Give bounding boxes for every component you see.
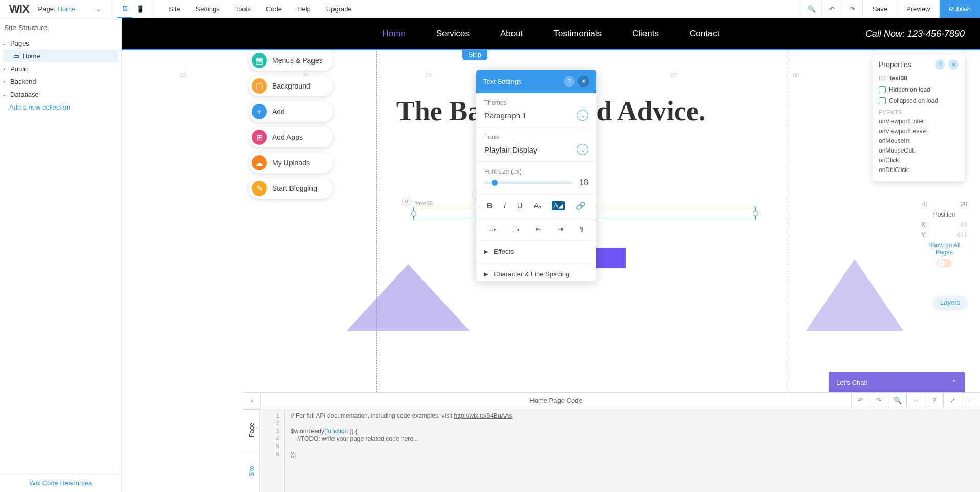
- text-settings-header[interactable]: Text Settings ? ✕: [476, 70, 596, 93]
- highlight-button[interactable]: A◢: [552, 201, 565, 210]
- x-label: X:: [921, 221, 927, 228]
- show-all-pages-toggle[interactable]: [937, 259, 952, 267]
- position-heading: Position: [921, 211, 967, 218]
- desktop-icon[interactable]: 🖥: [117, 0, 132, 18]
- nav-contact[interactable]: Contact: [689, 29, 720, 39]
- hidden-checkbox[interactable]: [879, 86, 886, 93]
- tool-background[interactable]: ▢Background: [249, 76, 333, 96]
- code-editor[interactable]: // For full API documentation, including…: [285, 409, 980, 492]
- background-icon: ▢: [252, 78, 267, 94]
- pen-icon: ✎: [252, 181, 267, 196]
- indent-decrease-icon[interactable]: ⇤: [536, 225, 541, 233]
- chat-widget[interactable]: Let's Chat! ⌃: [829, 372, 965, 393]
- y-value[interactable]: 411: [957, 231, 967, 239]
- chevron-left-icon[interactable]: ‹: [243, 393, 261, 409]
- slider-thumb[interactable]: [492, 180, 498, 186]
- redo-icon[interactable]: ↷: [870, 393, 888, 409]
- zoom-icon[interactable]: 🔍: [801, 0, 821, 18]
- tree-page-home[interactable]: ▭Home: [3, 50, 118, 62]
- undo-icon[interactable]: ↶: [821, 0, 842, 18]
- align-left-icon[interactable]: ≡▾: [489, 225, 496, 233]
- close-icon[interactable]: ✕: [578, 76, 589, 87]
- text-settings-panel[interactable]: Text Settings ? ✕ Themes Paragraph 1 ⌄ F…: [476, 70, 596, 281]
- topbar-right: 🔍 ↶ ↷ Save Preview Publish: [801, 0, 980, 18]
- chevron-down-icon[interactable]: ⌄: [577, 110, 588, 121]
- help-icon[interactable]: ?: [564, 76, 575, 87]
- properties-panel[interactable]: Properties ? ✕ ID:text38 Hidden on load …: [873, 54, 965, 181]
- underline-button[interactable]: U: [517, 201, 523, 210]
- italic-button[interactable]: I: [504, 201, 506, 210]
- tree-backend[interactable]: ›Backend: [0, 75, 121, 88]
- link-icon[interactable]: 🔗: [576, 201, 586, 210]
- menu-site[interactable]: Site: [169, 5, 180, 13]
- chat-label: Let's Chat!: [836, 379, 868, 387]
- indent-increase-icon[interactable]: ⇥: [558, 225, 563, 233]
- list-icon[interactable]: ≣▾: [511, 225, 519, 233]
- history-icon[interactable]: ↺: [402, 197, 411, 206]
- help-icon[interactable]: ?: [925, 393, 943, 409]
- event-onmouseout[interactable]: onMouseOut:: [879, 147, 959, 154]
- event-onviewportleave[interactable]: onViewportLeave:: [879, 127, 959, 135]
- save-button[interactable]: Save: [862, 0, 897, 18]
- page-selector[interactable]: Page: Home ⌄: [38, 0, 113, 18]
- page-name: Home: [58, 5, 76, 13]
- minimize-icon[interactable]: —: [962, 393, 980, 409]
- redo-icon[interactable]: ↷: [842, 0, 862, 18]
- menu-upgrade[interactable]: Upgrade: [326, 5, 352, 13]
- mobile-icon[interactable]: 📱: [132, 0, 148, 18]
- tree-database[interactable]: ⌄Database: [0, 88, 121, 101]
- bold-button[interactable]: B: [487, 201, 493, 210]
- help-icon[interactable]: ?: [935, 59, 945, 70]
- event-onviewportenter[interactable]: onViewportEnter:: [879, 118, 959, 125]
- tree-pages[interactable]: ⌄Pages: [0, 37, 121, 50]
- nav-clients[interactable]: Clients: [632, 29, 659, 39]
- wix-code-resources-link[interactable]: Wix Code Resources: [0, 474, 121, 492]
- maximize-icon[interactable]: ⤢: [943, 393, 962, 409]
- tool-uploads[interactable]: ☁My Uploads: [249, 153, 333, 173]
- nav-testimonials[interactable]: Testimonials: [553, 29, 602, 39]
- char-spacing-row[interactable]: ▶ Character & Line Spacing: [476, 263, 596, 281]
- nav-services[interactable]: Services: [436, 29, 470, 39]
- tool-add[interactable]: ＋Add: [249, 101, 333, 122]
- close-icon[interactable]: ✕: [948, 59, 959, 70]
- code-body: Page Site 1 2 3 4 5 6 // For full API do…: [243, 409, 980, 492]
- cloud-icon: ☁: [252, 155, 267, 170]
- show-all-pages-label: Show on All Pages: [921, 242, 967, 256]
- menu-settings[interactable]: Settings: [196, 5, 220, 13]
- preview-button[interactable]: Preview: [897, 0, 939, 18]
- themes-label: Themes: [484, 99, 588, 106]
- chevron-right-icon: ›: [1, 66, 7, 72]
- event-ondblclick[interactable]: onDblClick:: [879, 166, 959, 174]
- undo-icon[interactable]: ↶: [851, 393, 870, 409]
- event-onmousein[interactable]: onMouseIn:: [879, 137, 959, 144]
- h-value[interactable]: 28: [961, 201, 967, 208]
- publish-button[interactable]: Publish: [939, 0, 980, 18]
- chevron-down-icon[interactable]: ⌄: [577, 144, 588, 155]
- search-icon[interactable]: 🔍: [888, 393, 906, 409]
- tool-menus-pages[interactable]: ▤Menus & Pages: [249, 50, 333, 71]
- code-header: ‹ Home Page Code ↶ ↷ 🔍 ↔ ? ⤢ —: [243, 393, 980, 409]
- add-collection-link[interactable]: Add a new collection: [0, 101, 121, 114]
- menu-help[interactable]: Help: [297, 5, 311, 13]
- menu-code[interactable]: Code: [266, 5, 282, 13]
- expand-horizontal-icon[interactable]: ↔: [906, 393, 925, 409]
- tool-blog[interactable]: ✎Start Blogging: [249, 178, 333, 199]
- code-tab-page[interactable]: Page: [243, 409, 259, 451]
- site-structure-title: Site Structure: [0, 18, 121, 37]
- x-value[interactable]: 83: [961, 221, 967, 228]
- site-nav: Home Services About Testimonials Clients…: [382, 29, 719, 39]
- collapsed-checkbox[interactable]: [879, 97, 886, 104]
- text-color-button[interactable]: A▾: [534, 201, 541, 210]
- code-tab-site[interactable]: Site: [243, 451, 259, 492]
- tree-public[interactable]: ›Public: [0, 62, 121, 75]
- text-direction-icon[interactable]: ¶: [580, 225, 583, 233]
- event-onclick[interactable]: onClick:: [879, 157, 959, 164]
- id-value[interactable]: text38: [889, 75, 907, 82]
- tool-add-apps[interactable]: ⊞Add Apps: [249, 127, 333, 147]
- effects-row[interactable]: ▶ Effects: [476, 241, 596, 263]
- font-size-slider[interactable]: [484, 182, 573, 184]
- menu-tools[interactable]: Tools: [235, 5, 251, 13]
- nav-about[interactable]: About: [500, 29, 523, 39]
- nav-home[interactable]: Home: [382, 29, 405, 39]
- layers-button[interactable]: Layers: [933, 296, 967, 309]
